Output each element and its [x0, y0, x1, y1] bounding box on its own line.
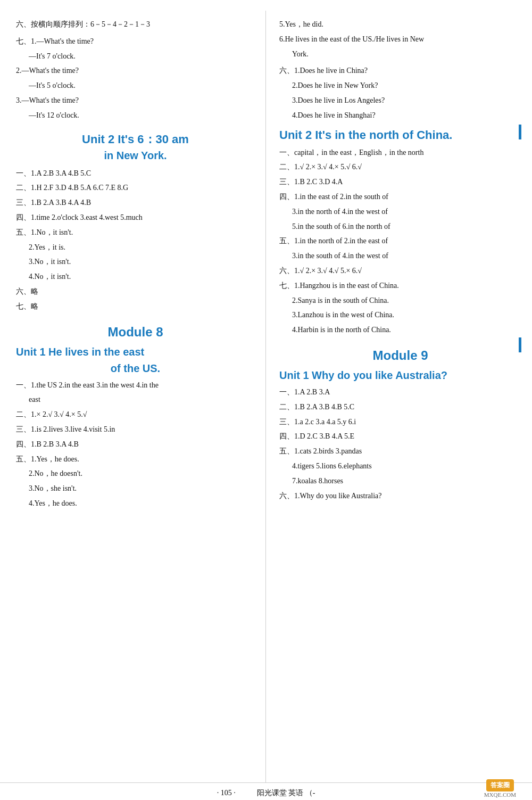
right-line6b: York.: [292, 48, 521, 61]
unit1-wu: 五、1.Yes，he does.: [16, 453, 255, 466]
right-liu-3: 3.Does he live in Los Angeles?: [292, 94, 521, 107]
unit1-yi: 一、1.the US 2.in the east 3.in the west 4…: [16, 379, 255, 392]
r-unit2-liu: 六、1.√ 2.× 3.√ 4.√ 5.× 6.√: [279, 265, 521, 277]
unit1-title2: of the US.: [16, 362, 255, 375]
footer-right: 答案圈 MXQE.COM: [484, 779, 516, 798]
right-line6: 6.He lives in the east of the US./He liv…: [279, 33, 521, 46]
unit1-si: 四、1.B 2.B 3.A 4.B: [16, 438, 255, 451]
r-unit1-si: 四、1.D 2.C 3.B 4.A 5.E: [279, 430, 521, 443]
right-col-inner: 5.Yes，he did. 6.He lives in the east of …: [279, 18, 521, 502]
r-unit1-yi: 一、1.A 2.B 3.A: [279, 386, 521, 399]
unit1-wu2: 2.No，he doesn't.: [29, 467, 255, 480]
r-unit2-san: 三、1.B 2.C 3.D 4.A: [279, 176, 521, 188]
r-unit2-qi2: 2.Sanya is in the south of China.: [292, 294, 521, 307]
qi-q2: 2.—What's the time?: [16, 64, 255, 77]
r-unit2-qi4: 4.Harbin is in the north of China.: [292, 324, 521, 336]
unit2-wu: 五、1.No，it isn't.: [16, 226, 255, 239]
unit1-er: 二、1.× 2.√ 3.√ 4.× 5.√: [16, 408, 255, 421]
unit1-wu3: 3.No，she isn't.: [29, 482, 255, 495]
page-container: 六、按横向顺序排列：6－5－4－2－1－3 七、1.—What's the ti…: [0, 0, 532, 800]
unit2-wu3: 3.No，it isn't.: [29, 255, 255, 268]
qi-ans1: —It's 7 o'clock.: [29, 50, 255, 63]
r-unit1-er: 二、1.B 2.A 3.B 4.B 5.C: [279, 401, 521, 414]
unit1-title: Unit 1 He lives in the east: [16, 346, 255, 358]
unit2-right-title: Unit 2 It's in the north of China.: [279, 128, 521, 142]
qi-q1: 七、1.—What's the time?: [16, 35, 255, 48]
section-liu-line1: 六、按横向顺序排列：6－5－4－2－1－3: [16, 18, 255, 31]
r-unit2-qi3: 3.Lanzhou is in the west of China.: [292, 309, 521, 321]
unit2-wu4: 4.No，it isn't.: [29, 270, 255, 283]
unit1-yi2: east: [29, 393, 255, 406]
r-unit1-san: 三、1.a 2.c 3.a 4.a 5.y 6.i: [279, 416, 521, 428]
r-unit2-yi: 一、capital，in the east，English，in the nor…: [279, 146, 521, 159]
logo-text: 答案圈: [491, 781, 510, 789]
unit2-si: 四、1.time 2.o'clock 3.east 4.west 5.much: [16, 211, 255, 224]
logo-sub: MXQE.COM: [484, 791, 516, 798]
module8-title: Module 8: [16, 325, 255, 340]
unit2-title-line1: Unit 2 It's 6：30 am: [16, 131, 255, 147]
left-column: 六、按横向顺序排列：6－5－4－2－1－3 七、1.—What's the ti…: [0, 11, 266, 782]
r-unit2-si3: 5.in the south of 6.in the north of: [292, 220, 521, 233]
right-liu-title: 六、1.Does he live in China?: [279, 64, 521, 77]
module9-title: Module 9: [279, 348, 521, 363]
r-unit2-si: 四、1.in the east of 2.in the south of: [279, 191, 521, 203]
r-unit2-qi: 七、1.Hangzhou is in the east of China.: [279, 279, 521, 292]
r-unit1-wu3: 7.koalas 8.horses: [292, 475, 521, 488]
r-unit1-wu: 五、1.cats 2.birds 3.pandas: [279, 445, 521, 458]
r-unit2-si2: 3.in the north of 4.in the west of: [292, 205, 521, 218]
unit2-title-line2: in New York.: [16, 150, 255, 162]
right-liu-2: 2.Does he live in New York?: [292, 79, 521, 92]
brand-text: 阳光课堂 英语 （-: [257, 788, 315, 798]
page-footer: · 105 · 阳光课堂 英语 （- 答案圈 MXQE.COM: [0, 782, 532, 800]
right-liu-4: 4.Does he live in Shanghai?: [292, 109, 521, 122]
blue-tab-2: [519, 337, 521, 352]
r-unit2-wu2: 3.in the south of 4.in the west of: [292, 250, 521, 262]
unit1-right-title: Unit 1 Why do you like Australia?: [279, 369, 521, 382]
r-unit1-liu: 六、1.Why do you like Australia?: [279, 490, 521, 502]
page-number: · 105 ·: [217, 789, 236, 797]
unit2-liu: 六、略: [16, 285, 255, 298]
blue-tab-1: [519, 125, 521, 139]
unit2-yi: 一、1.A 2.B 3.A 4.B 5.C: [16, 167, 255, 180]
unit1-wu4: 4.Yes，he does.: [29, 497, 255, 510]
qi-q3: 3.—What's the time?: [16, 94, 255, 107]
unit1-san: 三、1.is 2.lives 3.live 4.visit 5.in: [16, 423, 255, 436]
right-column: 5.Yes，he did. 6.He lives in the east of …: [266, 11, 532, 782]
qi-ans2: —It's 5 o'clock.: [29, 79, 255, 92]
r-unit2-er: 二、1.√ 2.× 3.√ 4.× 5.√ 6.√: [279, 161, 521, 174]
unit2-qi: 七、略: [16, 300, 255, 313]
logo-badge: 答案圈: [486, 779, 514, 791]
unit2-wu2: 2.Yes，it is.: [29, 241, 255, 254]
r-unit2-wu: 五、1.in the north of 2.in the east of: [279, 235, 521, 248]
right-line5: 5.Yes，he did.: [279, 18, 521, 31]
qi-ans3: —It's 12 o'clock.: [29, 109, 255, 122]
unit2-san: 三、1.B 2.A 3.B 4.A 4.B: [16, 196, 255, 209]
two-col-layout: 六、按横向顺序排列：6－5－4－2－1－3 七、1.—What's the ti…: [0, 11, 532, 782]
unit2-er: 二、1.H 2.F 3.D 4.B 5.A 6.C 7.E 8.G: [16, 182, 255, 194]
r-unit1-wu2: 4.tigers 5.lions 6.elephants: [292, 460, 521, 473]
